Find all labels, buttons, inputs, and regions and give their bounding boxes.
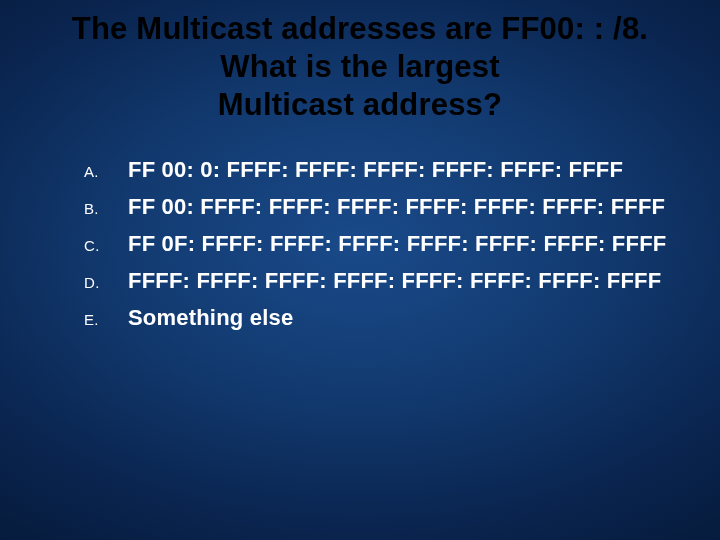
option-row: D. FFFF: FFFF: FFFF: FFFF: FFFF: FFFF: F… [84,268,698,294]
slide: The Multicast addresses are FF00: : /8. … [0,0,720,540]
title-line-3: Multicast address? [218,87,502,122]
option-text: FF 00: 0: FFFF: FFFF: FFFF: FFFF: FFFF: … [128,157,623,183]
option-letter: D. [84,274,128,291]
option-text: Something else [128,305,293,331]
option-row: A. FF 00: 0: FFFF: FFFF: FFFF: FFFF: FFF… [84,157,698,183]
answer-options: A. FF 00: 0: FFFF: FFFF: FFFF: FFFF: FFF… [84,157,698,331]
option-row: B. FF 00: FFFF: FFFF: FFFF: FFFF: FFFF: … [84,194,698,220]
option-text: FFFF: FFFF: FFFF: FFFF: FFFF: FFFF: FFFF… [128,268,661,294]
option-row: C. FF 0F: FFFF: FFFF: FFFF: FFFF: FFFF: … [84,231,698,257]
option-letter: B. [84,200,128,217]
option-text: FF 00: FFFF: FFFF: FFFF: FFFF: FFFF: FFF… [128,194,665,220]
option-row: E. Something else [84,305,698,331]
option-letter: A. [84,163,128,180]
title-line-1: The Multicast addresses are FF00: : /8. [72,11,648,46]
option-text: FF 0F: FFFF: FFFF: FFFF: FFFF: FFFF: FFF… [128,231,666,257]
option-letter: E. [84,311,128,328]
option-letter: C. [84,237,128,254]
question-title: The Multicast addresses are FF00: : /8. … [22,10,698,123]
title-line-2: What is the largest [220,49,499,84]
